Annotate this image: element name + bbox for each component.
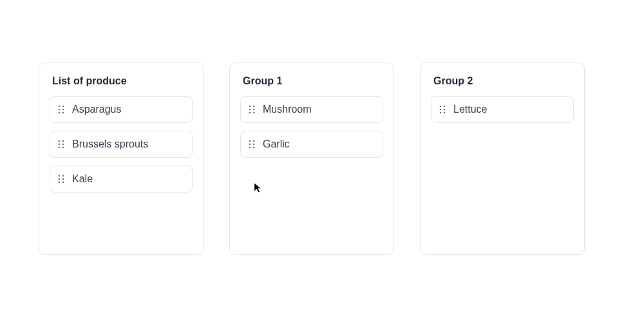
- svg-point-6: [59, 140, 61, 142]
- item-list: Asparagus Brussels sprouts Kale: [50, 96, 193, 193]
- columns-board: List of produce Asparagus Brussels sprou…: [0, 0, 644, 255]
- item-label: Garlic: [263, 138, 290, 150]
- svg-point-26: [249, 144, 251, 146]
- item-label: Mushroom: [263, 104, 312, 115]
- svg-point-30: [440, 106, 442, 108]
- column-title: List of produce: [52, 75, 193, 87]
- svg-point-5: [62, 112, 64, 114]
- list-item[interactable]: Asparagus: [50, 96, 193, 123]
- svg-point-4: [59, 112, 61, 114]
- drag-handle-icon[interactable]: [439, 104, 446, 115]
- column-group-2[interactable]: Group 2 Lettuce: [420, 62, 585, 255]
- drag-handle-icon[interactable]: [58, 104, 64, 115]
- item-label: Lettuce: [453, 104, 487, 115]
- svg-point-9: [62, 144, 64, 146]
- svg-point-13: [62, 175, 64, 177]
- column-group-1[interactable]: Group 1 Mushroom Garlic: [229, 62, 394, 255]
- drag-handle-icon[interactable]: [58, 139, 64, 149]
- list-item[interactable]: Mushroom: [240, 96, 383, 123]
- svg-point-1: [62, 106, 64, 108]
- svg-point-31: [444, 106, 446, 108]
- svg-point-18: [249, 106, 251, 108]
- svg-point-3: [62, 109, 64, 111]
- svg-point-27: [253, 144, 255, 146]
- list-item[interactable]: Brussels sprouts: [50, 131, 193, 158]
- svg-point-28: [249, 147, 251, 149]
- svg-point-14: [59, 178, 61, 180]
- svg-point-35: [444, 112, 446, 114]
- svg-point-29: [253, 147, 255, 149]
- svg-point-21: [253, 109, 255, 111]
- column-title: Group 2: [433, 75, 574, 87]
- list-item[interactable]: Lettuce: [431, 96, 574, 123]
- svg-point-16: [59, 182, 61, 184]
- item-list: Mushroom Garlic: [240, 96, 383, 158]
- svg-point-12: [59, 175, 61, 177]
- drag-handle-icon[interactable]: [249, 139, 255, 149]
- svg-point-10: [59, 147, 61, 149]
- drag-handle-icon[interactable]: [249, 104, 255, 115]
- item-list: Lettuce: [431, 96, 574, 123]
- svg-point-8: [59, 144, 61, 146]
- svg-point-15: [62, 178, 64, 180]
- svg-point-19: [253, 106, 255, 108]
- svg-point-32: [440, 109, 442, 111]
- svg-point-22: [249, 112, 251, 114]
- svg-point-23: [253, 112, 255, 114]
- svg-point-33: [444, 109, 446, 111]
- svg-point-17: [62, 182, 64, 184]
- svg-point-20: [249, 109, 251, 111]
- svg-point-7: [62, 140, 64, 142]
- svg-point-25: [253, 140, 255, 142]
- list-item[interactable]: Garlic: [240, 131, 383, 158]
- drag-handle-icon[interactable]: [58, 174, 64, 184]
- column-list-of-produce[interactable]: List of produce Asparagus Brussels sprou…: [39, 62, 204, 255]
- item-label: Asparagus: [72, 104, 122, 115]
- item-label: Brussels sprouts: [72, 138, 148, 150]
- column-title: Group 1: [243, 75, 383, 87]
- list-item[interactable]: Kale: [50, 166, 193, 193]
- svg-point-0: [59, 106, 61, 108]
- svg-point-34: [440, 112, 442, 114]
- item-label: Kale: [72, 173, 93, 185]
- svg-point-24: [249, 140, 251, 142]
- svg-point-11: [62, 147, 64, 149]
- svg-point-2: [59, 109, 61, 111]
